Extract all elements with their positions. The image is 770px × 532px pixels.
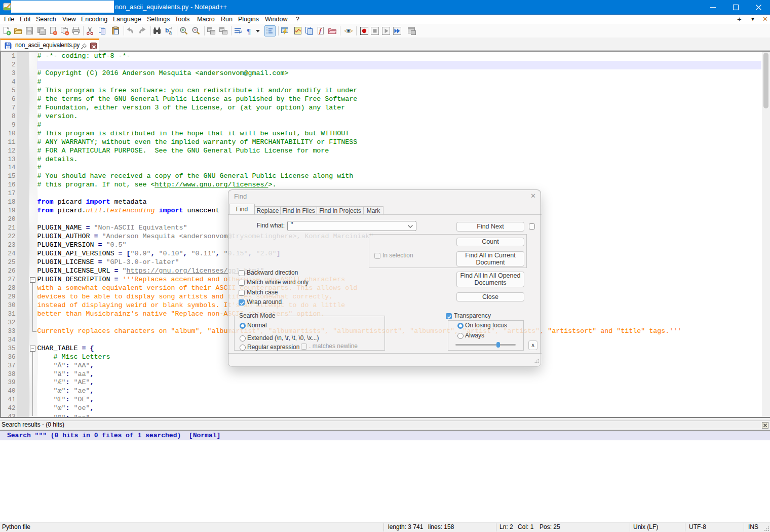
svg-text:a: a <box>169 29 172 35</box>
svg-text:¶: ¶ <box>247 27 251 35</box>
svg-text:b: b <box>165 27 169 34</box>
